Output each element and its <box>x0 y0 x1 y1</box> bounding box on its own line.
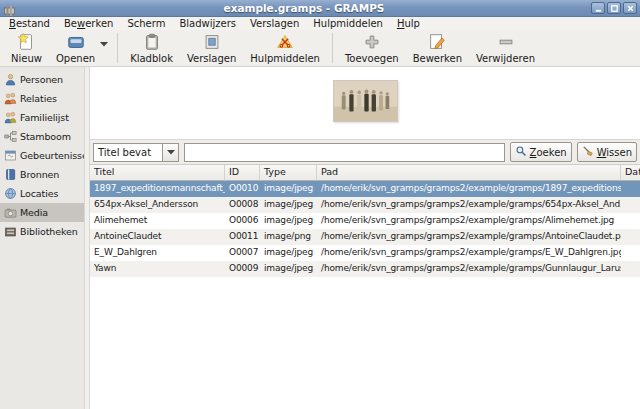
cell-id: O0008 <box>225 197 260 213</box>
category-sidebar: PersonenRelatiesFamilielijstStamboomGebe… <box>0 67 84 409</box>
cell-titel: Alimehemet <box>90 213 225 229</box>
minimize-icon <box>594 4 603 13</box>
cell-pad: /home/erik/svn_gramps/gramps2/example/gr… <box>317 229 621 245</box>
media-icon <box>4 206 17 219</box>
library-icon <box>4 225 17 238</box>
cell-type: image/jpeg <box>260 197 317 213</box>
sidebar-item-bronnen[interactable]: Bronnen <box>0 165 84 184</box>
filter-field-value: Titel bevat <box>93 143 163 162</box>
toolbar-button-label: Hulpmiddelen <box>250 52 320 65</box>
cell-type: image/jpeg <box>260 181 317 197</box>
toolbar-button-verslagen[interactable]: Verslagen <box>180 31 243 65</box>
column-header-id[interactable]: ID <box>225 165 260 181</box>
close-icon <box>626 4 635 13</box>
window-title: example.gramps - GRAMPS <box>19 2 589 14</box>
chevron-down-icon[interactable] <box>163 143 179 162</box>
toolbar-button-bewerken[interactable]: Bewerken <box>406 31 469 65</box>
toolbar-button-verwijderen[interactable]: Verwijderen <box>469 31 542 65</box>
cell-id: O0010 <box>225 181 260 197</box>
search-button-label: Zoeken <box>530 147 567 158</box>
menu-verslagen[interactable]: Verslagen <box>243 18 306 29</box>
chevron-down-icon <box>100 32 108 51</box>
clear-button[interactable]: Wissen <box>577 142 637 162</box>
sidebar-item-locaties[interactable]: Locaties <box>0 184 84 203</box>
table-row-yawn[interactable]: YawnO0009image/jpeg/home/erik/svn_gramps… <box>90 261 640 277</box>
media-thumbnail[interactable] <box>333 80 398 122</box>
pedigree-icon <box>4 130 17 143</box>
media-table-header: TitelIDTypePadDatum <box>90 165 640 181</box>
menu-bewerken[interactable]: Bewerken <box>57 18 120 29</box>
menu-hulp[interactable]: Hulp <box>390 18 427 29</box>
filter-text-input[interactable] <box>184 143 505 162</box>
menu-hulpmiddelen[interactable]: Hulpmiddelen <box>306 18 390 29</box>
minimize-button[interactable] <box>591 2 605 14</box>
toolbar: NieuwOpenenKladblokVerslagenHulpmiddelen… <box>0 30 640 67</box>
sidebar-item-bibliotheken[interactable]: Bibliotheken <box>0 222 84 241</box>
column-header-type[interactable]: Type <box>260 165 317 181</box>
cell-pad: /home/erik/svn_gramps/gramps2/example/gr… <box>317 181 621 197</box>
cell-pad: /home/erik/svn_gramps/gramps2/example/gr… <box>317 261 621 277</box>
sidebar-item-gebeurtenissen[interactable]: Gebeurtenissen <box>0 146 84 165</box>
toolbar-button-label: Bewerken <box>413 52 462 65</box>
media-preview-area <box>90 67 640 139</box>
titlebar[interactable]: example.gramps - GRAMPS <box>0 0 640 17</box>
toolbar-button-toevoegen[interactable]: Toevoegen <box>338 31 406 65</box>
cell-id: O0006 <box>225 213 260 229</box>
add-icon <box>361 32 383 52</box>
places-icon <box>4 187 17 200</box>
toolbar-button-openen[interactable]: Openen <box>49 31 102 65</box>
sidebar-item-familielijst[interactable]: Familielijst <box>0 108 84 127</box>
maximize-icon <box>610 4 619 13</box>
sidebar-item-label: Locaties <box>20 188 58 199</box>
cell-type: image/jpeg <box>260 245 317 261</box>
toolbar-separator <box>117 33 118 63</box>
cell-titel: 1897_expeditionsmannschaft_rio_a <box>90 181 225 197</box>
column-header-datum[interactable]: Datum <box>621 165 640 181</box>
column-header-titel[interactable]: Titel <box>90 165 225 181</box>
table-row-e-w-dahlgren[interactable]: E_W_DahlgrenO0007image/jpeg/home/erik/sv… <box>90 245 640 261</box>
open-dropdown-button[interactable] <box>98 32 110 52</box>
toolbar-button-kladblok[interactable]: Kladblok <box>123 31 180 65</box>
table-row-1897-expeditionsmannschaft-rio-a[interactable]: 1897_expeditionsmannschaft_rio_aO0010ima… <box>90 181 640 197</box>
table-row-alimehemet[interactable]: AlimehemetO0006image/jpeg/home/erik/svn_… <box>90 213 640 229</box>
tools-icon <box>274 32 296 52</box>
maximize-button[interactable] <box>607 2 621 14</box>
table-row-654px-aksel-andersson[interactable]: 654px-Aksel_AnderssonO0008image/jpeg/hom… <box>90 197 640 213</box>
toolbar-separator <box>332 33 333 63</box>
cell-titel: AntoineClaudet <box>90 229 225 245</box>
toolbar-button-label: Nieuw <box>11 52 42 65</box>
sidebar-item-relaties[interactable]: Relaties <box>0 89 84 108</box>
relations-icon <box>4 92 17 105</box>
cell-id: O0007 <box>225 245 260 261</box>
cell-type: image/jpeg <box>260 261 317 277</box>
column-header-pad[interactable]: Pad <box>317 165 621 181</box>
sidebar-item-personen[interactable]: Personen <box>0 70 84 89</box>
filter-field-combobox[interactable]: Titel bevat <box>93 143 179 162</box>
table-empty-space <box>90 277 640 409</box>
gramps-app-icon <box>3 2 16 15</box>
toolbar-button-label: Kladblok <box>130 52 173 65</box>
sidebar-item-stamboom[interactable]: Stamboom <box>0 127 84 146</box>
cell-pad: /home/erik/svn_gramps/gramps2/example/gr… <box>317 213 621 229</box>
search-button[interactable]: Zoeken <box>510 142 572 162</box>
sidebar-item-label: Personen <box>20 74 63 85</box>
toolbar-button-hulpmiddelen[interactable]: Hulpmiddelen <box>243 31 327 65</box>
sidebar-item-label: Bibliotheken <box>20 226 78 237</box>
menu-scherm[interactable]: Scherm <box>120 18 172 29</box>
menu-bestand[interactable]: Bestand <box>2 18 57 29</box>
table-row-antoineclaudet[interactable]: AntoineClaudetO0011image/png/home/erik/s… <box>90 229 640 245</box>
cell-titel: 654px-Aksel_Andersson <box>90 197 225 213</box>
menubar: BestandBewerkenSchermBladwijzersVerslage… <box>0 17 640 30</box>
close-button[interactable] <box>623 2 637 14</box>
cell-pad: /home/erik/svn_gramps/gramps2/example/gr… <box>317 197 621 213</box>
menu-bladwijzers[interactable]: Bladwijzers <box>172 18 243 29</box>
media-table: TitelIDTypePadDatum 1897_expeditionsmann… <box>90 165 640 409</box>
sidebar-item-label: Relaties <box>20 93 57 104</box>
cell-type: image/png <box>260 229 317 245</box>
sidebar-item-label: Media <box>20 207 48 218</box>
sidebar-item-media[interactable]: Media <box>0 203 84 222</box>
toolbar-button-nieuw[interactable]: Nieuw <box>4 31 49 65</box>
toolbar-button-label: Toevoegen <box>345 52 399 65</box>
gramps-window: example.gramps - GRAMPS BestandBewerkenS… <box>0 0 640 409</box>
family-icon <box>4 111 17 124</box>
